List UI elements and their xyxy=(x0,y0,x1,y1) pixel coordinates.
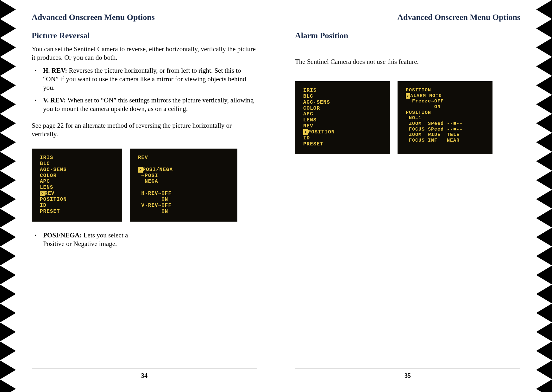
osd-body: Freeze→OFF ON POSITION →NO=1 ZOOM SPeed … xyxy=(406,99,463,143)
note-paragraph: See page 22 for an alternate method of r… xyxy=(32,121,257,138)
osd-menu-position: POSITION ›ALARM NO=0 Freeze→OFF ON POSIT… xyxy=(398,81,492,154)
page-left: Advanced Onscreen Menu Options Picture R… xyxy=(19,0,276,392)
bullet-list-1: H. REV: Reverses the picture horizontall… xyxy=(32,66,257,118)
osd-menu-rev: REV ›POSI/NEGA →POSI NEGA H·REV→OFF ON V… xyxy=(130,149,237,222)
osd-pre: IRIS BLC AGC·SENS COLOR APC LENS xyxy=(40,155,67,190)
decorative-edge-left xyxy=(0,0,16,392)
section-title-alarm-position: Alarm Position xyxy=(295,31,520,40)
osd-post: POSITION ID PRESET xyxy=(40,197,67,214)
page-number-right: 35 xyxy=(295,372,520,379)
text-v-rev: When set to “ON” this settings mirrors t… xyxy=(43,96,254,113)
osd-menu-main-right: IRIS BLC AGC·SENS COLOR APC LENS REV ›PO… xyxy=(295,81,390,154)
osd-row-left: IRIS BLC AGC·SENS COLOR APC LENS ›REV PO… xyxy=(32,149,257,222)
term-posi-nega: POSI/NEGA: xyxy=(43,231,82,239)
footer-rule xyxy=(295,369,520,369)
osd-body: →POSI NEGA H·REV→OFF ON V·REV→OFF ON xyxy=(138,173,172,214)
intro-paragraph: You can set the Sentinel Camera to rever… xyxy=(32,45,257,62)
page-header-right: Advanced Onscreen Menu Options xyxy=(295,13,520,22)
bullet-posi-nega: POSI/NEGA: Lets you select a Positive or… xyxy=(41,231,139,248)
osd-title: REV xyxy=(138,155,148,161)
text-h-rev: Reverses the picture horizontally, or fr… xyxy=(43,67,246,91)
bullet-v-rev: V. REV: When set to “ON” this settings m… xyxy=(41,96,257,113)
osd-selection-marker: › xyxy=(303,129,308,135)
osd-hl-line: POSI/NEGA xyxy=(143,167,173,173)
page-number-left: 34 xyxy=(32,372,257,379)
footer-left: 34 xyxy=(32,369,257,392)
osd-hl-line: REV xyxy=(45,191,55,196)
page-header-left: Advanced Onscreen Menu Options xyxy=(32,13,257,22)
footer-right: 35 xyxy=(295,369,520,392)
page-right: Advanced Onscreen Menu Options Alarm Pos… xyxy=(276,0,533,392)
term-v-rev: V. REV: xyxy=(43,96,66,104)
osd-selection-marker: › xyxy=(138,167,143,173)
osd-hl-line: POSITION xyxy=(308,129,335,135)
osd-line1: ALARM NO=0 xyxy=(410,93,442,99)
osd-title: POSITION xyxy=(406,88,431,93)
term-h-rev: H. REV: xyxy=(43,67,67,74)
osd-pre: IRIS BLC AGC·SENS COLOR APC LENS REV xyxy=(303,88,330,129)
osd-row-right: IRIS BLC AGC·SENS COLOR APC LENS REV ›PO… xyxy=(295,81,520,154)
page-spread: Advanced Onscreen Menu Options Picture R… xyxy=(0,0,552,392)
osd-post: ID PRESET xyxy=(303,135,323,147)
footer-rule xyxy=(32,369,257,369)
osd-menu-main-left: IRIS BLC AGC·SENS COLOR APC LENS ›REV PO… xyxy=(32,149,122,222)
osd-selection-marker: › xyxy=(406,93,410,99)
osd-selection-marker: › xyxy=(40,191,45,196)
intro-paragraph-right: The Sentinel Camera does not use this fe… xyxy=(295,58,520,66)
bullet-h-rev: H. REV: Reverses the picture horizontall… xyxy=(41,66,257,92)
decorative-edge-right xyxy=(536,0,552,392)
section-title-picture-reversal: Picture Reversal xyxy=(32,31,257,40)
bullet-list-2: POSI/NEGA: Lets you select a Positive or… xyxy=(32,231,139,253)
